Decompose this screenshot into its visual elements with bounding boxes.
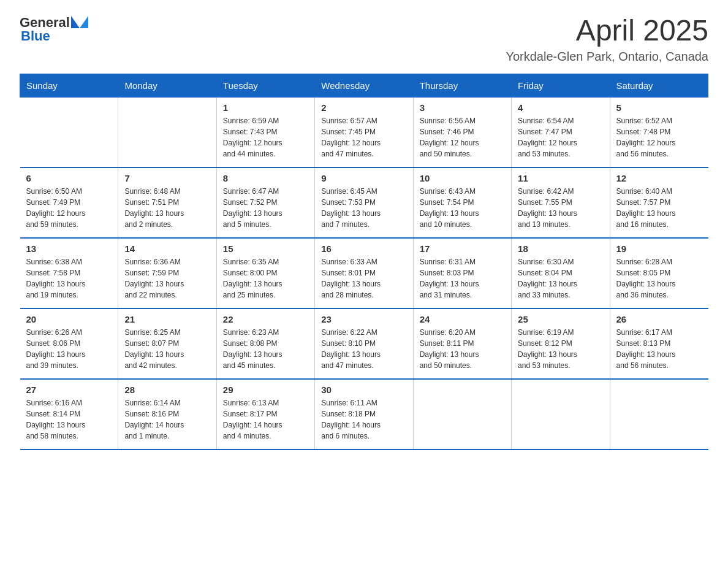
calendar-cell: 18Sunrise: 6:30 AMSunset: 8:04 PMDayligh… [512, 238, 610, 308]
page-header: General Blue April 2025 Yorkdale-Glen Pa… [20, 15, 708, 64]
day-number: 12 [616, 173, 702, 183]
day-info: Sunrise: 6:26 AMSunset: 8:06 PMDaylight:… [26, 327, 112, 371]
calendar-cell: 6Sunrise: 6:50 AMSunset: 7:49 PMDaylight… [20, 167, 118, 238]
day-info: Sunrise: 6:38 AMSunset: 7:58 PMDaylight:… [26, 256, 112, 301]
calendar-header-sunday: Sunday [20, 74, 118, 97]
day-number: 15 [223, 243, 308, 254]
day-info: Sunrise: 6:35 AMSunset: 8:00 PMDaylight:… [223, 256, 308, 301]
calendar-cell: 5Sunrise: 6:52 AMSunset: 7:48 PMDaylight… [610, 97, 708, 167]
day-number: 6 [26, 173, 112, 183]
day-number: 22 [223, 314, 308, 324]
day-info: Sunrise: 6:47 AMSunset: 7:52 PMDaylight:… [223, 186, 308, 230]
calendar-cell: 16Sunrise: 6:33 AMSunset: 8:01 PMDayligh… [315, 238, 413, 308]
day-info: Sunrise: 6:54 AMSunset: 7:47 PMDaylight:… [518, 115, 603, 159]
day-info: Sunrise: 6:28 AMSunset: 8:05 PMDaylight:… [616, 256, 702, 301]
calendar-cell [413, 379, 511, 450]
day-number: 14 [124, 243, 210, 254]
calendar-header-row: SundayMondayTuesdayWednesdayThursdayFrid… [20, 74, 708, 97]
calendar-cell [118, 97, 216, 167]
day-info: Sunrise: 6:16 AMSunset: 8:14 PMDaylight:… [26, 397, 112, 442]
day-number: 7 [124, 173, 210, 183]
calendar-cell: 2Sunrise: 6:57 AMSunset: 7:45 PMDaylight… [315, 97, 413, 167]
day-number: 5 [616, 102, 702, 113]
day-info: Sunrise: 6:59 AMSunset: 7:43 PMDaylight:… [223, 115, 308, 159]
calendar-header-tuesday: Tuesday [216, 74, 314, 97]
calendar-header-monday: Monday [118, 74, 216, 97]
day-number: 4 [518, 102, 603, 113]
day-number: 9 [321, 173, 406, 183]
calendar-cell: 11Sunrise: 6:42 AMSunset: 7:55 PMDayligh… [512, 167, 610, 238]
logo-blue-text: Blue [21, 28, 50, 44]
day-info: Sunrise: 6:52 AMSunset: 7:48 PMDaylight:… [616, 115, 702, 159]
day-info: Sunrise: 6:42 AMSunset: 7:55 PMDaylight:… [518, 186, 603, 230]
calendar-cell: 19Sunrise: 6:28 AMSunset: 8:05 PMDayligh… [610, 238, 708, 308]
calendar-cell: 23Sunrise: 6:22 AMSunset: 8:10 PMDayligh… [315, 308, 413, 379]
day-number: 17 [420, 243, 505, 254]
day-info: Sunrise: 6:11 AMSunset: 8:18 PMDaylight:… [321, 397, 406, 442]
day-info: Sunrise: 6:56 AMSunset: 7:46 PMDaylight:… [420, 115, 505, 159]
calendar-cell: 20Sunrise: 6:26 AMSunset: 8:06 PMDayligh… [20, 308, 118, 379]
day-info: Sunrise: 6:43 AMSunset: 7:54 PMDaylight:… [420, 186, 505, 230]
calendar-table: SundayMondayTuesdayWednesdayThursdayFrid… [20, 74, 708, 450]
calendar-week-row: 27Sunrise: 6:16 AMSunset: 8:14 PMDayligh… [20, 379, 708, 450]
calendar-header-saturday: Saturday [610, 74, 708, 97]
calendar-cell: 13Sunrise: 6:38 AMSunset: 7:58 PMDayligh… [20, 238, 118, 308]
day-number: 26 [616, 314, 702, 324]
day-number: 24 [420, 314, 505, 324]
calendar-cell: 27Sunrise: 6:16 AMSunset: 8:14 PMDayligh… [20, 379, 118, 450]
calendar-cell: 17Sunrise: 6:31 AMSunset: 8:03 PMDayligh… [413, 238, 511, 308]
day-number: 19 [616, 243, 702, 254]
day-info: Sunrise: 6:20 AMSunset: 8:11 PMDaylight:… [420, 327, 505, 371]
day-info: Sunrise: 6:33 AMSunset: 8:01 PMDaylight:… [321, 256, 406, 301]
day-number: 30 [321, 385, 406, 395]
day-number: 21 [124, 314, 210, 324]
title-block: April 2025 Yorkdale-Glen Park, Ontario, … [506, 15, 708, 64]
calendar-cell: 10Sunrise: 6:43 AMSunset: 7:54 PMDayligh… [413, 167, 511, 238]
calendar-header-friday: Friday [512, 74, 610, 97]
day-number: 1 [223, 102, 308, 113]
day-info: Sunrise: 6:48 AMSunset: 7:51 PMDaylight:… [124, 186, 210, 230]
calendar-week-row: 1Sunrise: 6:59 AMSunset: 7:43 PMDaylight… [20, 97, 708, 167]
calendar-header-wednesday: Wednesday [315, 74, 413, 97]
day-info: Sunrise: 6:45 AMSunset: 7:53 PMDaylight:… [321, 186, 406, 230]
day-number: 18 [518, 243, 603, 254]
calendar-cell: 12Sunrise: 6:40 AMSunset: 7:57 PMDayligh… [610, 167, 708, 238]
day-info: Sunrise: 6:13 AMSunset: 8:17 PMDaylight:… [223, 397, 308, 442]
day-number: 2 [321, 102, 406, 113]
calendar-week-row: 20Sunrise: 6:26 AMSunset: 8:06 PMDayligh… [20, 308, 708, 379]
calendar-cell: 25Sunrise: 6:19 AMSunset: 8:12 PMDayligh… [512, 308, 610, 379]
day-info: Sunrise: 6:25 AMSunset: 8:07 PMDaylight:… [124, 327, 210, 371]
day-number: 13 [26, 243, 112, 254]
day-info: Sunrise: 6:50 AMSunset: 7:49 PMDaylight:… [26, 186, 112, 230]
day-info: Sunrise: 6:31 AMSunset: 8:03 PMDaylight:… [420, 256, 505, 301]
calendar-cell: 29Sunrise: 6:13 AMSunset: 8:17 PMDayligh… [216, 379, 314, 450]
day-number: 23 [321, 314, 406, 324]
calendar-cell: 3Sunrise: 6:56 AMSunset: 7:46 PMDaylight… [413, 97, 511, 167]
day-number: 25 [518, 314, 603, 324]
day-info: Sunrise: 6:36 AMSunset: 7:59 PMDaylight:… [124, 256, 210, 301]
day-number: 29 [223, 385, 308, 395]
calendar-cell: 1Sunrise: 6:59 AMSunset: 7:43 PMDaylight… [216, 97, 314, 167]
calendar-cell [512, 379, 610, 450]
day-number: 10 [420, 173, 505, 183]
calendar-cell [610, 379, 708, 450]
calendar-cell: 30Sunrise: 6:11 AMSunset: 8:18 PMDayligh… [315, 379, 413, 450]
calendar-cell: 15Sunrise: 6:35 AMSunset: 8:00 PMDayligh… [216, 238, 314, 308]
calendar-cell: 4Sunrise: 6:54 AMSunset: 7:47 PMDaylight… [512, 97, 610, 167]
calendar-cell: 7Sunrise: 6:48 AMSunset: 7:51 PMDaylight… [118, 167, 216, 238]
calendar-cell: 9Sunrise: 6:45 AMSunset: 7:53 PMDaylight… [315, 167, 413, 238]
calendar-cell [20, 97, 118, 167]
month-year-title: April 2025 [506, 15, 708, 47]
day-info: Sunrise: 6:22 AMSunset: 8:10 PMDaylight:… [321, 327, 406, 371]
calendar-cell: 14Sunrise: 6:36 AMSunset: 7:59 PMDayligh… [118, 238, 216, 308]
day-number: 20 [26, 314, 112, 324]
location-subtitle: Yorkdale-Glen Park, Ontario, Canada [506, 50, 708, 64]
day-info: Sunrise: 6:30 AMSunset: 8:04 PMDaylight:… [518, 256, 603, 301]
day-number: 16 [321, 243, 406, 254]
day-info: Sunrise: 6:40 AMSunset: 7:57 PMDaylight:… [616, 186, 702, 230]
day-number: 8 [223, 173, 308, 183]
day-info: Sunrise: 6:57 AMSunset: 7:45 PMDaylight:… [321, 115, 406, 159]
day-number: 27 [26, 385, 112, 395]
day-info: Sunrise: 6:23 AMSunset: 8:08 PMDaylight:… [223, 327, 308, 371]
calendar-cell: 26Sunrise: 6:17 AMSunset: 8:13 PMDayligh… [610, 308, 708, 379]
